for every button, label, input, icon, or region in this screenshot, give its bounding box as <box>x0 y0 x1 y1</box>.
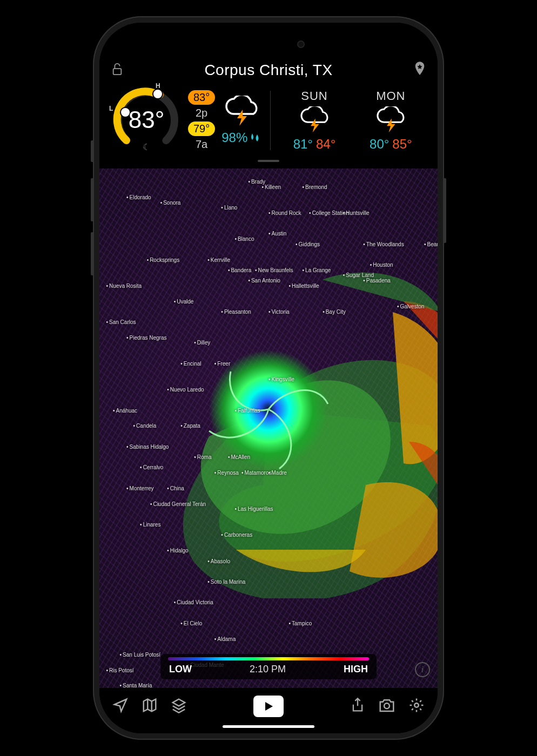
share-icon[interactable] <box>350 697 365 716</box>
divider <box>270 91 271 150</box>
city-label: Nueva Rosita <box>106 283 142 289</box>
city-label: Soto la Marina <box>207 579 245 585</box>
city-label: Zapata <box>180 423 200 429</box>
locate-icon[interactable] <box>112 697 129 716</box>
radar-map[interactable]: BradyKilleenBremondEldoradoSonoraLlanoRo… <box>99 168 438 688</box>
city-label: Encinal <box>180 361 201 367</box>
city-label: Matamoros <box>241 470 272 476</box>
home-indicator[interactable] <box>223 725 314 728</box>
city-label: Uvalde <box>174 299 194 305</box>
low-temp-pill: 79° <box>188 122 215 136</box>
city-label: Tampico <box>289 620 312 626</box>
svg-point-6 <box>384 703 390 708</box>
city-label: Sonora <box>160 200 181 206</box>
color-gradient <box>168 657 369 660</box>
camera-icon[interactable] <box>378 698 395 715</box>
city-label: Candela <box>133 423 157 429</box>
city-label: Llano <box>221 205 237 211</box>
city-label: Carboneras <box>221 532 252 538</box>
city-label: Falfurrias <box>234 408 260 414</box>
play-button[interactable] <box>253 696 284 717</box>
city-label: Rocksprings <box>147 257 180 263</box>
map-icon[interactable] <box>142 697 158 716</box>
city-label: La Grange <box>303 267 331 273</box>
scale-high: HIGH <box>344 664 368 675</box>
city-label: Abasolo <box>207 558 230 564</box>
city-label: Bandera <box>228 267 251 273</box>
city-label: New Braunfels <box>255 267 293 273</box>
layers-icon[interactable] <box>171 697 187 716</box>
city-label: Kerrville <box>207 257 230 263</box>
city-label: Bay City <box>323 309 346 315</box>
city-label: Eldorado <box>126 194 151 200</box>
dynamic-island <box>223 32 314 56</box>
info-icon[interactable]: i <box>415 662 430 677</box>
intensity-scale[interactable]: LOW 2:10 PM HIGH <box>160 654 377 679</box>
city-label: Giddings <box>296 241 320 247</box>
city-label: Las Higuerillas <box>234 506 273 512</box>
city-label: Ciudad General Terán <box>150 501 206 507</box>
city-label: Cerralvo <box>140 464 163 470</box>
current-temp: 83° <box>129 106 165 133</box>
city-label: Hallettsville <box>289 283 319 289</box>
moon-icon: ☾ <box>143 142 150 152</box>
low-time: 7a <box>196 138 207 151</box>
thunderstorm-icon <box>298 106 331 133</box>
city-label: China <box>167 485 184 491</box>
city-label: El Cielo <box>180 620 202 626</box>
city-label: Round Rock <box>268 210 301 216</box>
city-label: Houston <box>370 262 393 268</box>
city-label: Madre <box>268 470 287 476</box>
city-label: Ris Potosí <box>106 667 134 673</box>
dial-high-marker: H <box>156 82 160 90</box>
city-label: San Luis Potosí <box>120 652 161 658</box>
city-label: San Antonio <box>248 278 280 284</box>
city-label: Sabinas Hidalgo <box>126 444 169 450</box>
city-label: Galveston <box>397 303 425 309</box>
app-screen: Corpus Christi, TX L H <box>99 23 438 733</box>
dial-low-marker: L <box>109 105 113 112</box>
city-label: McAllen <box>228 454 250 460</box>
city-label: Pasadena <box>363 278 391 284</box>
today-condition: 98% <box>221 96 261 145</box>
city-label: Victoria <box>268 309 290 315</box>
city-label: Kingsville <box>268 376 294 382</box>
city-label: Bremond <box>303 184 327 190</box>
location-title[interactable]: Corpus Christi, TX <box>204 62 332 79</box>
city-label: Blanco <box>234 236 254 242</box>
svg-point-4 <box>153 89 163 99</box>
settings-icon[interactable] <box>408 697 425 716</box>
high-time: 2p <box>196 107 207 119</box>
forecast-day-0[interactable]: SUN 81° 84° <box>279 89 349 152</box>
drag-handle[interactable] <box>258 160 279 162</box>
city-label: Roma <box>194 454 211 460</box>
svg-point-7 <box>414 703 419 707</box>
scale-time: 2:10 PM <box>250 664 286 675</box>
svg-rect-0 <box>113 69 122 75</box>
city-label: Dilley <box>194 340 210 346</box>
city-label: Linares <box>140 522 160 528</box>
thunderstorm-icon <box>222 96 261 127</box>
city-label: Ciudad Victoria <box>174 599 213 605</box>
city-label: Austin <box>268 231 286 237</box>
high-low-column: 83° 2p 79° 7a <box>188 90 215 151</box>
city-label: Aldama <box>214 636 236 642</box>
city-label: Huntsville <box>343 210 370 216</box>
city-label: Freer <box>214 361 230 367</box>
temp-dial[interactable]: L H 83° ☾ <box>111 85 182 156</box>
precipitation-chance: 98% <box>221 130 261 145</box>
city-label: Pleasanton <box>221 309 251 315</box>
city-label: Santa María <box>120 683 152 688</box>
city-label: Killeen <box>261 184 281 190</box>
city-label: Beaumont <box>424 241 438 247</box>
lock-icon[interactable] <box>111 62 123 78</box>
city-label: Monterrey <box>126 485 154 491</box>
high-temp-pill: 83° <box>188 90 215 105</box>
map-city-labels: BradyKilleenBremondEldoradoSonoraLlanoRo… <box>99 168 438 688</box>
location-pin-icon[interactable] <box>414 62 426 79</box>
forecast-day-1[interactable]: MON 80° 85° <box>356 89 426 152</box>
city-label: The Woodlands <box>363 241 404 247</box>
city-label: Anáhuac <box>113 408 137 414</box>
city-label: San Carlos <box>106 319 136 325</box>
city-label: Nuevo Laredo <box>167 387 204 393</box>
